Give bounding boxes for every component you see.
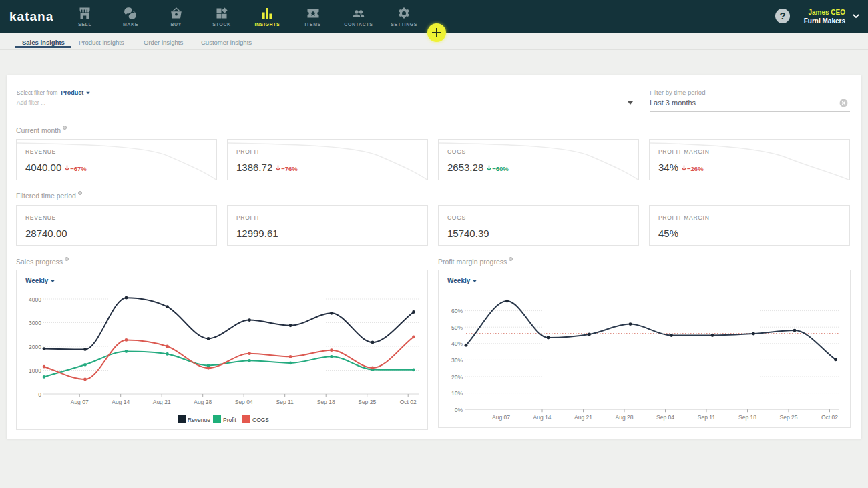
svg-text:0: 0 [38, 391, 41, 398]
svg-text:Aug 21: Aug 21 [574, 414, 592, 421]
svg-text:20%: 20% [451, 374, 463, 381]
svg-text:3000: 3000 [29, 320, 41, 326]
svg-text:2000: 2000 [29, 344, 41, 350]
svg-text:Sep 18: Sep 18 [738, 414, 756, 421]
svg-text:Sep 11: Sep 11 [698, 414, 716, 421]
svg-text:Sep 18: Sep 18 [317, 399, 335, 405]
svg-text:Oct 02: Oct 02 [821, 414, 838, 421]
svg-text:4000: 4000 [29, 296, 41, 303]
svg-text:Aug 28: Aug 28 [194, 399, 212, 405]
svg-text:Sep 04: Sep 04 [235, 399, 253, 405]
svg-text:0%: 0% [455, 407, 463, 413]
svg-text:40%: 40% [451, 340, 463, 347]
svg-text:Aug 21: Aug 21 [153, 399, 171, 405]
svg-text:30%: 30% [451, 357, 463, 364]
svg-text:Profit: Profit [223, 417, 236, 423]
svg-text:10%: 10% [451, 390, 463, 397]
svg-text:Sep 25: Sep 25 [358, 399, 376, 405]
svg-text:50%: 50% [451, 324, 463, 331]
svg-text:Aug 07: Aug 07 [492, 414, 510, 421]
svg-text:Sep 25: Sep 25 [780, 414, 798, 421]
svg-text:Aug 14: Aug 14 [112, 399, 130, 405]
svg-text:Revenue: Revenue [188, 417, 210, 423]
svg-text:Aug 14: Aug 14 [533, 414, 552, 421]
svg-text:Aug 07: Aug 07 [71, 399, 89, 405]
svg-text:1000: 1000 [29, 367, 41, 374]
svg-text:COGS: COGS [252, 417, 269, 423]
svg-text:60%: 60% [451, 308, 463, 314]
svg-text:Aug 28: Aug 28 [616, 414, 634, 421]
svg-text:Sep 11: Sep 11 [276, 399, 294, 405]
svg-text:Sep 04: Sep 04 [656, 414, 674, 421]
svg-text:Oct 02: Oct 02 [400, 399, 417, 405]
